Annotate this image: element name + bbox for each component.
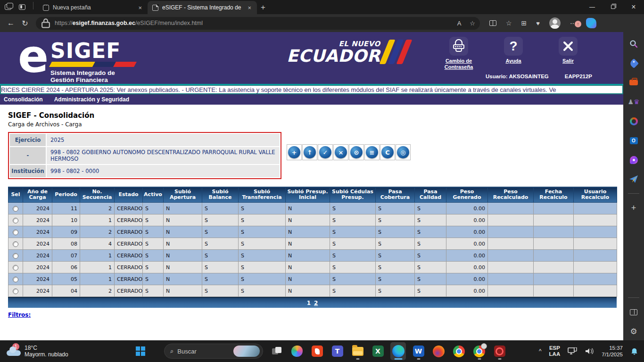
- row-select-radio[interactable]: [13, 241, 18, 247]
- grid-cell: N: [286, 214, 330, 226]
- sidebar-shopping-icon[interactable]: [628, 58, 639, 68]
- grid-cell: S: [376, 214, 415, 226]
- copilot-icon[interactable]: [586, 18, 596, 28]
- grid-cell: S: [330, 238, 376, 250]
- sidebar-outlook-icon[interactable]: O: [628, 135, 639, 146]
- tab-nueva-pestana[interactable]: Nueva pestaña ×: [38, 1, 148, 14]
- sidebar-panel-icon[interactable]: [628, 307, 639, 317]
- print-button[interactable]: ≡: [364, 144, 380, 160]
- tab-esigef[interactable]: eSIGEF - Sistema Integrado de G ×: [148, 1, 257, 14]
- sidebar-microsoft365-icon[interactable]: [628, 116, 639, 126]
- column-header: Año de Carga: [23, 187, 52, 203]
- institucion-value[interactable]: 998 - 0802 - 0000: [47, 165, 280, 177]
- taskbar-app-nitro-pdf[interactable]: [309, 342, 325, 360]
- taskbar-app-task-view[interactable]: [269, 342, 284, 360]
- sidebar-tools-icon[interactable]: [628, 77, 639, 88]
- favorites-icon[interactable]: ☆: [506, 19, 512, 27]
- grid-cell: [534, 226, 574, 238]
- network-icon[interactable]: [568, 347, 577, 355]
- row-select-radio[interactable]: [13, 253, 18, 259]
- row-select-radio[interactable]: [13, 206, 18, 212]
- menu-consolidacion[interactable]: Consolidación: [4, 96, 43, 103]
- ecuador-stripes: [379, 40, 412, 64]
- taskbar-app-copilot[interactable]: [289, 342, 305, 360]
- row-select-radio[interactable]: [13, 230, 18, 235]
- terminal-label: EAPP212P: [565, 74, 592, 79]
- preview-button[interactable]: ⊙: [349, 144, 364, 160]
- change-password-button[interactable]: Cambio de Contraseña: [440, 37, 477, 70]
- address-bar[interactable]: https://esigef.finanzas.gob.ec/eSIGEF/me…: [36, 17, 480, 30]
- row-select-radio[interactable]: [13, 265, 18, 271]
- settings-more-icon[interactable]: ⋯↑: [570, 19, 577, 27]
- grid-cell: [488, 226, 534, 238]
- volume-icon[interactable]: [585, 347, 594, 355]
- grid-cell: S: [415, 250, 446, 262]
- taskbar-app-firefox[interactable]: [431, 342, 446, 360]
- help-button[interactable]: ? Ayuda: [495, 37, 532, 70]
- taskbar-app-excel[interactable]: X: [370, 342, 386, 360]
- delete-button[interactable]: ×: [333, 144, 348, 160]
- taskbar-app-chrome-profile[interactable]: [471, 342, 487, 360]
- grid-cell: S: [415, 226, 446, 238]
- weather-widget[interactable]: 1 18°C Mayorm. nublado: [0, 345, 135, 358]
- minimize-button[interactable]: —: [582, 0, 603, 14]
- clock[interactable]: 15:377/1/2025: [602, 345, 623, 358]
- grid-cell: S: [239, 285, 286, 297]
- page-2-link[interactable]: 2: [314, 300, 318, 306]
- entidad-value[interactable]: 998 - 0802 GOBIERNO AUTONOMO DESCENTRALI…: [47, 147, 280, 164]
- grid-cell: 0.00: [446, 262, 488, 273]
- profile-avatar[interactable]: [549, 17, 561, 29]
- grid-cell: S: [330, 226, 376, 238]
- start-button[interactable]: [135, 346, 146, 357]
- back-button[interactable]: ←: [4, 19, 18, 27]
- grid-cell: [488, 214, 534, 226]
- view-detail-button[interactable]: ◎: [396, 144, 411, 160]
- tab-close-icon[interactable]: ×: [137, 4, 143, 11]
- sidebar-search-icon[interactable]: [628, 39, 639, 49]
- approve-button[interactable]: C: [380, 144, 395, 160]
- new-record-button[interactable]: +: [287, 144, 302, 160]
- grid-cell: [488, 203, 534, 214]
- taskbar-app-word[interactable]: W: [411, 342, 426, 360]
- tab-close-icon[interactable]: ×: [247, 4, 252, 11]
- ejercicio-value[interactable]: 2025: [47, 134, 280, 146]
- tray-expand-icon[interactable]: ^: [539, 348, 542, 354]
- favorite-star-icon[interactable]: ☆: [470, 20, 475, 27]
- change-password-label: Cambio de Contraseña: [440, 58, 477, 70]
- taskbar-app-chrome[interactable]: [451, 342, 467, 360]
- taskbar-app-acrobat[interactable]: [492, 342, 507, 360]
- language-indicator[interactable]: ESPLAA: [549, 345, 561, 357]
- taskbar-search[interactable]: ⌕ Buscar: [164, 344, 263, 359]
- records-grid: SelAño de CargaPeriodoNo. SecuenciaEstad…: [8, 187, 617, 308]
- workspaces-icon[interactable]: [5, 4, 11, 10]
- validate-button-icon: ✓: [319, 146, 331, 158]
- column-header: Pasa Calidad: [415, 187, 446, 203]
- sidebar-drop-icon[interactable]: [628, 174, 639, 184]
- row-select-radio[interactable]: [13, 277, 18, 282]
- close-button[interactable]: ×: [623, 0, 644, 14]
- notification-bell-icon[interactable]: [630, 347, 638, 355]
- restore-button[interactable]: [603, 0, 623, 14]
- form-row-institucion: Institución 998 - 0802 - 0000: [10, 165, 280, 177]
- sidebar-games-icon[interactable]: ♟♛: [628, 97, 639, 107]
- taskbar-app-edge[interactable]: [390, 342, 406, 360]
- new-tab-button[interactable]: +: [261, 3, 265, 12]
- menu-administracion[interactable]: Administración y Seguridad: [54, 96, 129, 103]
- taskbar-app-teams[interactable]: T: [330, 342, 345, 360]
- tab-actions-icon[interactable]: [19, 4, 25, 10]
- row-select-radio[interactable]: [13, 288, 18, 294]
- exit-button[interactable]: Salir: [550, 37, 586, 70]
- filters-link[interactable]: Filtros:: [8, 312, 623, 318]
- validate-button[interactable]: ✓: [318, 144, 333, 160]
- refresh-button[interactable]: ↻: [18, 19, 32, 28]
- sidebar-add-icon[interactable]: +: [628, 203, 639, 213]
- collections-icon[interactable]: ⊞: [521, 19, 527, 27]
- save-upload-button[interactable]: ↑: [302, 144, 317, 160]
- read-aloud-icon[interactable]: A: [457, 20, 462, 27]
- sidebar-settings-icon[interactable]: ⚙: [628, 326, 639, 337]
- split-screen-icon[interactable]: [489, 20, 496, 26]
- row-select-radio[interactable]: [13, 218, 18, 223]
- taskbar-app-file-explorer[interactable]: [350, 342, 365, 360]
- sidebar-designer-icon[interactable]: [628, 155, 639, 165]
- browser-essentials-icon[interactable]: ♥: [536, 20, 540, 27]
